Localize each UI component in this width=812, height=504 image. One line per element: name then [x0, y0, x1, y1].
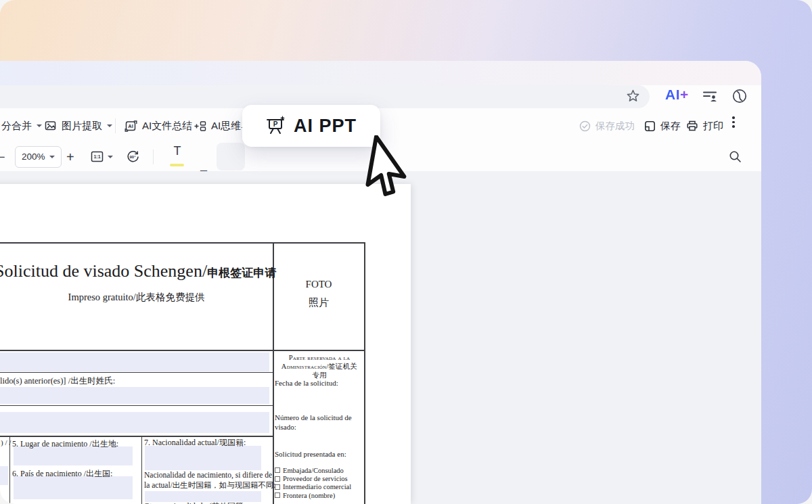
- svg-text:AI: AI: [128, 123, 133, 129]
- date-fragment: ) / /: [1, 438, 11, 446]
- field-6-label: 6. País de nacimiento /出生国:: [12, 468, 112, 480]
- ai-ppt-label: AI PPT: [294, 116, 357, 137]
- form-border: [0, 405, 273, 406]
- admin-header-line2: Administración/签证机关: [275, 362, 364, 371]
- fit-page-dropdown[interactable]: 1:1: [91, 142, 113, 171]
- chevron-down-icon: [108, 156, 113, 161]
- admin-option: Proveedor de servicios: [275, 474, 364, 482]
- cursor-arrow: [363, 135, 411, 200]
- ai-assistant-logo[interactable]: AI+: [665, 87, 689, 103]
- zoom-level-dropdown[interactable]: 200%: [15, 142, 62, 171]
- field-7-label: 7. Nacionalidad actual/现国籍:: [144, 437, 246, 449]
- form-field-input[interactable]: [0, 466, 8, 485]
- checkbox-icon[interactable]: [275, 467, 280, 473]
- toolbar-divider: [153, 150, 154, 164]
- print-button[interactable]: 打印: [686, 110, 723, 142]
- browser-logo-icon[interactable]: [732, 89, 747, 104]
- minus-icon: −: [0, 150, 5, 164]
- ai-summary-icon: AI: [125, 120, 137, 133]
- reading-list-icon[interactable]: [702, 89, 717, 103]
- image-extract-button[interactable]: 图片提取: [45, 110, 112, 142]
- admin-header-line1: Parte reservada a la: [275, 353, 364, 362]
- highlight-color-bar: [170, 164, 184, 166]
- photo-label: FOTO: [273, 279, 365, 290]
- printer-icon: [686, 120, 698, 132]
- form-border: [0, 350, 365, 351]
- rotate-page-button[interactable]: 90°: [126, 142, 140, 171]
- plus-icon: +: [66, 150, 74, 164]
- ai-ppt-button[interactable]: P AI PPT: [242, 105, 380, 147]
- admin-request-number-2: visado:: [275, 423, 296, 432]
- save-status: 保存成功: [579, 110, 635, 142]
- ai-doc-summary-button[interactable]: AI AI文件总结: [125, 110, 192, 142]
- form-field-input-birthcountry[interactable]: [14, 476, 133, 499]
- chevron-down-icon: [37, 124, 42, 130]
- window-titlebar: [0, 61, 761, 85]
- split-merge-label: 分合并: [1, 120, 32, 133]
- image-icon: [45, 120, 57, 132]
- admin-submitted-at: Solicitud presentada en:: [275, 450, 346, 459]
- screen: AI+ 分合并 图片提取 AI AI文件总结: [0, 0, 812, 504]
- field-7b-label-2: la actual/出生时国籍，如与现国籍不同:: [144, 480, 276, 490]
- form-field-input-birth-nationality[interactable]: [145, 491, 261, 502]
- svg-text:P: P: [273, 120, 278, 128]
- field-7b-label-1: Nacionalidad de nacimiento, si difiere d…: [144, 471, 272, 479]
- admin-option: Frontera (nombre): [275, 491, 364, 499]
- chevron-down-icon: [107, 124, 112, 130]
- form-subtitle: Impreso gratuito/此表格免费提供: [0, 291, 273, 304]
- check-circle-icon: [579, 120, 591, 132]
- search-icon[interactable]: [729, 150, 742, 163]
- form-field-input[interactable]: [0, 412, 269, 433]
- zoom-level-value: 200%: [22, 152, 45, 162]
- save-status-label: 保存成功: [595, 120, 635, 133]
- text-highlight-tool[interactable]: T: [169, 144, 185, 168]
- chevron-down-icon: [49, 156, 55, 161]
- save-button[interactable]: 保存: [644, 110, 681, 142]
- form-border: [0, 372, 273, 373]
- svg-text:90°: 90°: [129, 155, 136, 159]
- zoom-out-button[interactable]: −: [0, 142, 5, 171]
- text-strikethrough-tool-selected-bg: [217, 143, 245, 170]
- form-field-input-nationality[interactable]: [145, 446, 261, 470]
- field-other-nationalities-label: Otras nacionalidades(其他国籍:: [144, 501, 245, 504]
- form-field-input[interactable]: [0, 387, 269, 404]
- more-menu-button[interactable]: [731, 116, 736, 128]
- actual-size-icon: 1:1: [91, 150, 104, 163]
- photo-label-cjk: 照片: [273, 296, 365, 309]
- zoom-in-button[interactable]: +: [66, 142, 74, 171]
- admin-request-date: Fecha de la solicitud:: [275, 379, 338, 388]
- svg-text:1:1: 1:1: [93, 154, 100, 159]
- toolbar-divider: [115, 118, 116, 133]
- save-icon: [644, 120, 656, 132]
- form-field-input[interactable]: [0, 352, 269, 371]
- rotate-90-icon: 90°: [126, 150, 140, 164]
- print-label: 打印: [703, 120, 723, 133]
- form-border: [141, 436, 142, 504]
- form-border: [0, 242, 365, 244]
- save-label: 保存: [660, 120, 681, 133]
- checkbox-icon[interactable]: [275, 492, 280, 498]
- image-extract-label: 图片提取: [62, 120, 102, 133]
- favorite-star-icon[interactable]: [627, 89, 639, 102]
- field-5-label: 5. Lugar de nacimiento /出生地:: [12, 438, 118, 450]
- admin-options: Embajada/Consulado Proveedor de servicio…: [275, 466, 364, 500]
- field-prev-surname-label: lido(s) anterior(es)] /出生时姓氏:: [0, 375, 115, 387]
- ai-mindmap-icon: [194, 120, 206, 133]
- admin-option: Intermediario comercial: [275, 483, 364, 491]
- form-title: Solicitud de visado Schengen/申根签证申请: [0, 261, 276, 281]
- admin-option: Embajada/Consulado: [275, 466, 364, 474]
- admin-request-number-1: Número de la solicitud de: [275, 413, 352, 422]
- ai-ppt-icon: P: [265, 116, 286, 136]
- split-merge-button[interactable]: 分合并: [1, 110, 42, 142]
- ai-doc-summary-label: AI文件总结: [142, 120, 192, 133]
